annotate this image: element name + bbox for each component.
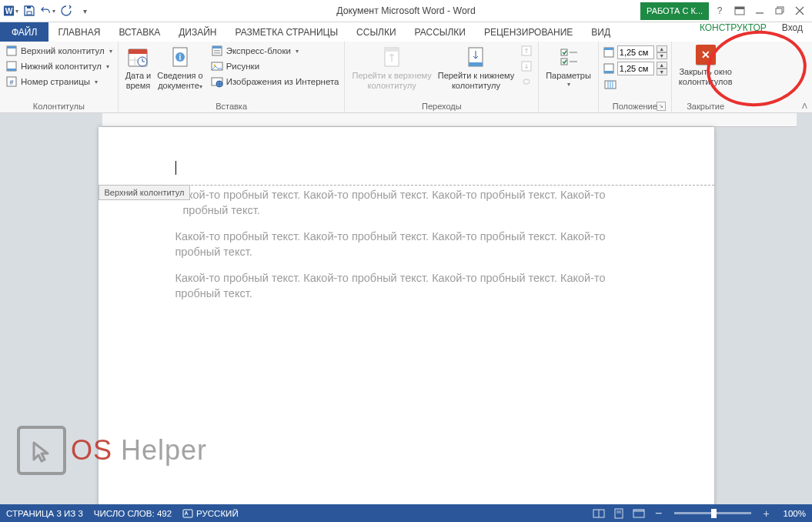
group-header-footer: Верхний колонтитул▾ Нижний колонтитул▾ #… [0, 42, 119, 112]
ribbon-display-icon[interactable] [730, 3, 749, 18]
parameters-button[interactable]: Параметры▾ [543, 43, 594, 102]
tab-insert[interactable]: ВСТАВКА [109, 22, 169, 42]
close-header-footer-button[interactable]: ✕ Закрыть окно колонтитулов [676, 43, 736, 102]
titlebar-right: РАБОТА С К... ? [640, 2, 809, 20]
spin-down-icon[interactable]: ▼ [657, 52, 667, 59]
tab-constructor[interactable]: КОНСТРУКТОР [690, 22, 776, 33]
tab-references[interactable]: ССЫЛКИ [347, 22, 405, 42]
header-tag: Верхний колонтитул [99, 185, 191, 200]
restore-icon[interactable] [770, 3, 789, 18]
pictures-button[interactable]: Рисунки [209, 59, 341, 74]
svg-text:W: W [5, 7, 13, 15]
svg-rect-45 [604, 71, 613, 73]
svg-rect-5 [735, 7, 744, 9]
spin-down-icon[interactable]: ▼ [657, 69, 667, 75]
minimize-icon[interactable] [750, 3, 769, 18]
tab-home[interactable]: ГЛАВНАЯ [48, 22, 109, 42]
header-button[interactable]: Верхний колонтитул▾ [4, 43, 114, 59]
zoom-out-icon[interactable]: − [651, 507, 667, 520]
footer-from-bottom: ▲▼ [603, 62, 667, 75]
prev-section-button [519, 43, 534, 59]
date-time-button[interactable]: Дата ивремя [122, 43, 155, 102]
body-paragraph: Какой-то пробный текст. Какой-то пробный… [175, 229, 645, 259]
read-mode-icon[interactable] [591, 507, 606, 520]
tab-review[interactable]: РЕЦЕНЗИРОВАНИЕ [475, 22, 582, 42]
svg-text:#: # [9, 79, 13, 86]
undo-icon[interactable]: ▾ [40, 3, 55, 18]
header-edit-area[interactable] [99, 127, 714, 175]
cursor-icon [17, 426, 66, 475]
svg-rect-33 [385, 48, 399, 52]
group-position: ▲▼ ▲▼ Положение↘ [599, 42, 672, 112]
tab-view[interactable]: ВИД [582, 22, 620, 42]
svg-rect-2 [27, 12, 32, 15]
save-icon[interactable] [22, 3, 37, 18]
tab-mailings[interactable]: РАССЫЛКИ [406, 22, 475, 42]
online-pictures-button[interactable]: Изображения из Интернета [209, 74, 341, 89]
quick-access-toolbar: W▾ ▾ ▾ [0, 3, 95, 18]
svg-rect-35 [469, 62, 483, 66]
header-boundary-line [99, 185, 714, 186]
web-layout-icon[interactable] [631, 507, 647, 520]
header-from-top-input[interactable] [617, 45, 654, 59]
tab-file[interactable]: ФАЙЛ [0, 22, 48, 42]
svg-rect-25 [212, 46, 222, 49]
insert-alignment-tab-button[interactable] [603, 77, 667, 92]
zoom-slider[interactable] [674, 512, 751, 514]
zoom-thumb[interactable] [711, 509, 717, 518]
zoom-level[interactable]: 100% [784, 509, 806, 518]
group-navigation: Перейти к верхнемуколонтитулу Перейти к … [345, 42, 539, 112]
qat-customize-icon[interactable]: ▾ [77, 3, 92, 18]
dialog-launcher-icon[interactable]: ↘ [657, 102, 666, 111]
body-paragraph: Какой-то пробный текст. Какой-то пробный… [183, 188, 645, 218]
text-cursor [175, 161, 176, 175]
status-page[interactable]: СТРАНИЦА 3 ИЗ 3 [6, 509, 83, 518]
svg-rect-10 [7, 46, 16, 49]
doc-info-button[interactable]: iСведения одокументе▾ [154, 43, 206, 102]
status-bar: СТРАНИЦА 3 ИЗ 3 ЧИСЛО СЛОВ: 492 РУССКИЙ … [0, 504, 812, 522]
close-icon[interactable] [790, 3, 809, 18]
group-options-label [543, 102, 594, 112]
spin-up-icon[interactable]: ▲ [657, 62, 667, 69]
status-word-count[interactable]: ЧИСЛО СЛОВ: 492 [94, 509, 172, 518]
horizontal-ruler[interactable] [102, 113, 797, 127]
help-icon[interactable]: ? [710, 3, 729, 18]
status-language[interactable]: РУССКИЙ [182, 508, 239, 519]
word-icon[interactable]: W▾ [3, 3, 18, 18]
svg-rect-27 [214, 52, 220, 54]
ribbon: Верхний колонтитул▾ Нижний колонтитул▾ #… [0, 42, 812, 113]
document-page[interactable]: Верхний колонтитул Какой-то пробный текс… [99, 127, 714, 504]
header-from-top: ▲▼ [603, 45, 667, 59]
sign-in-link[interactable]: Вход [776, 22, 809, 33]
goto-footer-button[interactable]: Перейти к нижнемуколонтитулу [435, 43, 517, 102]
footer-button-label: Нижний колонтитул [21, 62, 102, 71]
footer-button[interactable]: Нижний колонтитул▾ [4, 59, 114, 74]
collapse-ribbon-icon[interactable]: ᐱ [802, 102, 807, 110]
spin-up-icon[interactable]: ▲ [657, 45, 667, 52]
online-pictures-label: Изображения из Интернета [226, 77, 339, 86]
quick-parts-button[interactable]: Экспресс-блоки▾ [209, 43, 341, 59]
tab-layout[interactable]: РАЗМЕТКА СТРАНИЦЫ [226, 22, 348, 42]
print-layout-icon[interactable] [611, 507, 627, 520]
ribbon-tabs: ФАЙЛ ГЛАВНАЯ ВСТАВКА ДИЗАЙН РАЗМЕТКА СТР… [0, 22, 812, 42]
redo-icon[interactable] [58, 3, 74, 18]
zoom-in-icon[interactable]: + [759, 507, 774, 520]
group-position-label: Положение↘ [603, 102, 667, 112]
body-paragraph: Какой-то пробный текст. Какой-то пробный… [175, 271, 645, 301]
document-body: Какой-то пробный текст. Какой-то пробный… [99, 185, 714, 301]
svg-rect-43 [604, 48, 613, 50]
header-button-label: Верхний колонтитул [21, 46, 105, 55]
svg-rect-12 [7, 69, 16, 71]
close-x-icon: ✕ [696, 45, 716, 65]
page-number-label: Номер страницы [21, 77, 90, 86]
group-insert: Дата ивремя iСведения одокументе▾ Экспре… [119, 42, 346, 112]
quick-parts-label: Экспресс-блоки [226, 46, 291, 55]
goto-header-button: Перейти к верхнемуколонтитулу [349, 43, 434, 102]
group-options: Параметры▾ [539, 42, 599, 112]
tab-design[interactable]: ДИЗАЙН [169, 22, 226, 42]
context-tab-title[interactable]: РАБОТА С К... [640, 2, 709, 20]
header-top-icon [603, 46, 615, 59]
titlebar: W▾ ▾ ▾ Документ Microsoft Word - Word РА… [0, 0, 812, 22]
footer-from-bottom-input[interactable] [617, 62, 654, 75]
page-number-button[interactable]: #Номер страницы▾ [4, 74, 114, 89]
